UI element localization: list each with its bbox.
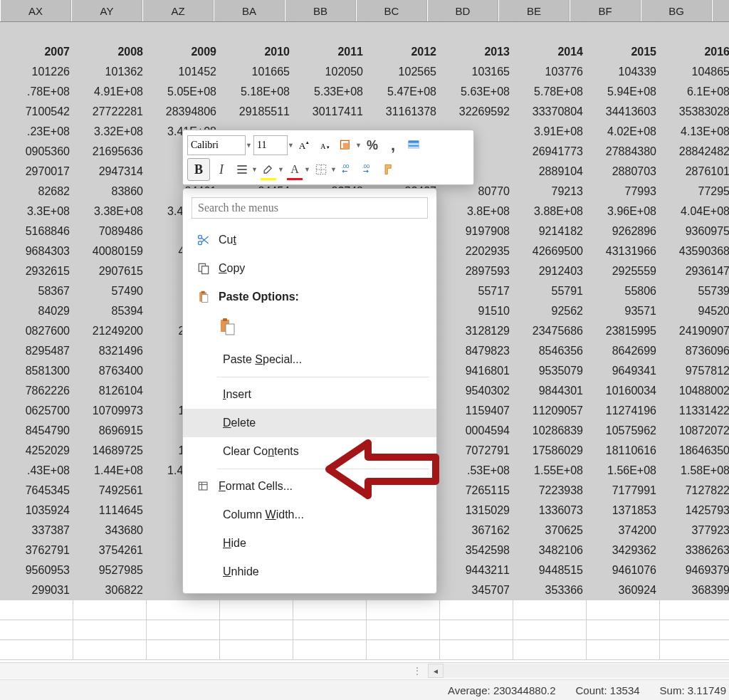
cell[interactable]: 2907615 xyxy=(73,261,147,281)
cell[interactable]: 3.38E+08 xyxy=(73,202,147,221)
format-painter-icon[interactable] xyxy=(379,160,398,179)
cell[interactable]: 9469379 xyxy=(660,560,729,580)
cell[interactable] xyxy=(0,600,73,620)
cell[interactable]: 9416801 xyxy=(440,361,513,381)
cell[interactable] xyxy=(147,620,220,640)
cell[interactable] xyxy=(440,620,513,640)
cell[interactable]: 2925559 xyxy=(587,261,660,281)
cell[interactable]: 101362 xyxy=(73,62,147,82)
menu-paste-special[interactable]: Paste Special... xyxy=(183,345,436,374)
cell[interactable] xyxy=(587,22,660,42)
cell[interactable] xyxy=(73,620,147,640)
cell[interactable]: 7072791 xyxy=(440,441,513,461)
cell[interactable] xyxy=(293,600,367,620)
cell[interactable] xyxy=(220,600,293,620)
cell[interactable]: 7089486 xyxy=(73,221,147,241)
cell[interactable] xyxy=(0,640,73,660)
cell[interactable]: 9649341 xyxy=(587,361,660,381)
scrollbar-track[interactable] xyxy=(444,664,729,677)
cell[interactable] xyxy=(220,620,293,640)
cell[interactable]: 9527985 xyxy=(73,560,147,580)
cell[interactable]: 7177991 xyxy=(587,481,660,501)
cell[interactable]: 368399 xyxy=(660,580,729,600)
cell[interactable]: 374200 xyxy=(587,521,660,540)
cell[interactable]: 83860 xyxy=(73,182,147,202)
cell[interactable] xyxy=(293,620,367,640)
cell[interactable]: 353366 xyxy=(513,580,587,600)
cell[interactable]: 8454790 xyxy=(0,421,73,441)
cell[interactable]: 2880703 xyxy=(587,162,660,182)
cell[interactable] xyxy=(513,620,587,640)
borders-icon[interactable] xyxy=(312,160,330,179)
cell[interactable] xyxy=(440,640,513,660)
cell[interactable]: 345707 xyxy=(440,580,513,600)
increase-decimal-icon[interactable]: .00 xyxy=(338,160,357,179)
cell[interactable]: 2016 xyxy=(660,42,729,62)
cell[interactable]: 343680 xyxy=(73,521,147,540)
cell[interactable]: 18646350 xyxy=(660,441,729,461)
cell[interactable]: 1315029 xyxy=(440,501,513,521)
cell[interactable]: 17586029 xyxy=(513,441,587,461)
cell[interactable]: 10488002 xyxy=(660,381,729,401)
cell[interactable] xyxy=(513,600,587,620)
cell[interactable]: 55806 xyxy=(587,281,660,301)
cell[interactable]: 4.91E+08 xyxy=(73,82,147,102)
cell[interactable]: 2897593 xyxy=(440,261,513,281)
cell[interactable]: 3386263 xyxy=(660,540,729,560)
decrease-decimal-icon[interactable]: .00 xyxy=(359,160,377,179)
cell[interactable]: 91510 xyxy=(440,301,513,321)
cell[interactable]: 11274196 xyxy=(587,401,660,421)
cell[interactable]: 28842482 xyxy=(660,142,729,162)
cell[interactable]: 5168846 xyxy=(0,221,73,241)
cell[interactable]: 2202935 xyxy=(440,241,513,261)
cell[interactable]: 55717 xyxy=(440,281,513,301)
cell[interactable]: 2014 xyxy=(513,42,587,62)
chevron-down-icon[interactable]: ▼ xyxy=(246,142,251,149)
cell[interactable]: 8126104 xyxy=(73,381,147,401)
cell[interactable]: 11209057 xyxy=(513,401,587,421)
cell[interactable]: 377923 xyxy=(660,521,729,540)
cell[interactable]: 3.32E+08 xyxy=(73,122,147,142)
cell[interactable]: 2008 xyxy=(73,42,147,62)
cell[interactable]: 35383028 xyxy=(660,102,729,122)
cell[interactable]: 42669500 xyxy=(513,241,587,261)
cell[interactable]: 7223938 xyxy=(513,481,587,501)
percent-icon[interactable]: % xyxy=(363,136,382,155)
cell[interactable]: 3754261 xyxy=(73,540,147,560)
cell[interactable]: 1336073 xyxy=(513,501,587,521)
cell[interactable]: 31161378 xyxy=(367,102,440,122)
cell[interactable]: 55791 xyxy=(513,281,587,301)
cell[interactable]: 79213 xyxy=(513,182,587,202)
cell[interactable]: 2015 xyxy=(587,42,660,62)
decrease-font-icon[interactable]: A▾ xyxy=(316,136,335,155)
menu-hide[interactable]: Hide xyxy=(183,529,436,558)
cell[interactable] xyxy=(147,600,220,620)
cell[interactable] xyxy=(587,620,660,640)
chevron-down-icon[interactable]: ▼ xyxy=(330,166,336,173)
cell[interactable]: 94520 xyxy=(660,301,729,321)
cell[interactable]: 3762791 xyxy=(0,540,73,560)
bold-button[interactable]: B xyxy=(187,158,210,181)
cell[interactable] xyxy=(73,22,147,42)
cell[interactable]: 43590368 xyxy=(660,241,729,261)
cell[interactable]: 33370804 xyxy=(513,102,587,122)
cell[interactable]: 26941773 xyxy=(513,142,587,162)
cell[interactable]: 7645345 xyxy=(0,481,73,501)
cell[interactable]: 10872072 xyxy=(660,421,729,441)
cell[interactable]: 28394806 xyxy=(147,102,220,122)
cell[interactable]: 337387 xyxy=(0,521,73,540)
cell[interactable] xyxy=(440,600,513,620)
font-size-select[interactable] xyxy=(253,135,288,155)
cell[interactable]: 4.13E+08 xyxy=(660,122,729,142)
cell[interactable]: 9262896 xyxy=(587,221,660,241)
chevron-down-icon[interactable]: ▼ xyxy=(251,166,257,173)
cell[interactable]: 24190907 xyxy=(660,321,729,341)
cell[interactable]: 1425793 xyxy=(660,501,729,521)
menu-search-input[interactable] xyxy=(192,197,428,219)
conditional-format-icon[interactable] xyxy=(337,136,355,155)
cell[interactable] xyxy=(0,22,73,42)
cell[interactable]: 8321496 xyxy=(73,341,147,361)
cell[interactable]: 30117411 xyxy=(293,102,367,122)
cell[interactable]: 10575962 xyxy=(587,421,660,441)
cell[interactable] xyxy=(660,22,729,42)
